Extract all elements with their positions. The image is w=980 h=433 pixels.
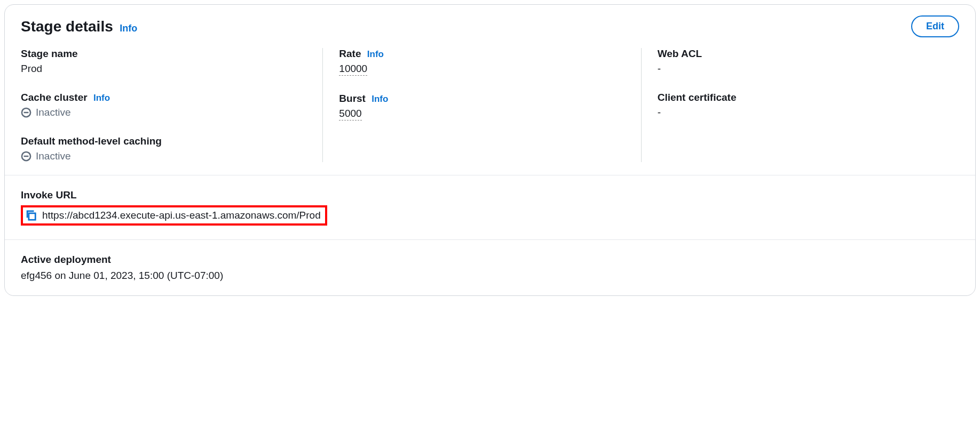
- cache-cluster-status-text: Inactive: [36, 107, 70, 118]
- column-2: Rate Info 10000 Burst Info 5000: [322, 48, 641, 162]
- burst-label: Burst Info: [339, 93, 625, 105]
- invoke-url-value[interactable]: https://abcd1234.execute-api.us-east-1.a…: [42, 210, 321, 221]
- stage-details-panel: Stage details Info Edit Stage name Prod …: [4, 4, 976, 296]
- invoke-url-highlight: https://abcd1234.execute-api.us-east-1.a…: [21, 205, 327, 226]
- burst-field: Burst Info 5000: [339, 93, 625, 121]
- invoke-url-label: Invoke URL: [21, 189, 959, 201]
- default-caching-field: Default method-level caching Inactive: [21, 135, 306, 162]
- client-cert-label: Client certificate: [658, 92, 943, 103]
- copy-icon[interactable]: [25, 210, 37, 221]
- cache-cluster-status: Inactive: [21, 107, 306, 118]
- inactive-icon: [21, 107, 31, 118]
- svg-rect-4: [29, 213, 35, 220]
- info-link-burst[interactable]: Info: [372, 94, 388, 104]
- details-columns: Stage name Prod Cache cluster Info Inact…: [5, 43, 975, 175]
- rate-label: Rate Info: [339, 48, 625, 60]
- info-link-header[interactable]: Info: [120, 23, 137, 34]
- web-acl-value: -: [658, 63, 943, 75]
- client-cert-value: -: [658, 107, 943, 118]
- default-caching-status: Inactive: [21, 150, 306, 162]
- column-3: Web ACL - Client certificate -: [642, 48, 959, 162]
- web-acl-label: Web ACL: [658, 48, 943, 60]
- web-acl-field: Web ACL -: [658, 48, 943, 75]
- stage-name-value: Prod: [21, 63, 306, 75]
- panel-title: Stage details: [21, 18, 113, 35]
- default-caching-status-text: Inactive: [36, 150, 70, 162]
- stage-name-label: Stage name: [21, 48, 306, 60]
- panel-header: Stage details Info Edit: [5, 5, 975, 43]
- active-deployment-value: efg456 on June 01, 2023, 15:00 (UTC-07:0…: [21, 270, 959, 282]
- cache-cluster-label: Cache cluster Info: [21, 92, 306, 103]
- stage-name-field: Stage name Prod: [21, 48, 306, 75]
- rate-value: 10000: [339, 63, 625, 76]
- cache-cluster-field: Cache cluster Info Inactive: [21, 92, 306, 118]
- column-1: Stage name Prod Cache cluster Info Inact…: [21, 48, 322, 162]
- default-caching-label: Default method-level caching: [21, 135, 306, 147]
- inactive-icon: [21, 151, 31, 162]
- rate-field: Rate Info 10000: [339, 48, 625, 76]
- invoke-url-section: Invoke URL https://abcd1234.execute-api.…: [5, 175, 975, 239]
- edit-button[interactable]: Edit: [911, 15, 959, 37]
- client-cert-field: Client certificate -: [658, 92, 943, 118]
- active-deployment-label: Active deployment: [21, 254, 959, 266]
- active-deployment-section: Active deployment efg456 on June 01, 202…: [5, 239, 975, 295]
- info-link-cache-cluster[interactable]: Info: [93, 93, 110, 103]
- panel-title-group: Stage details Info: [21, 18, 137, 35]
- burst-value: 5000: [339, 108, 625, 121]
- info-link-rate[interactable]: Info: [367, 49, 384, 59]
